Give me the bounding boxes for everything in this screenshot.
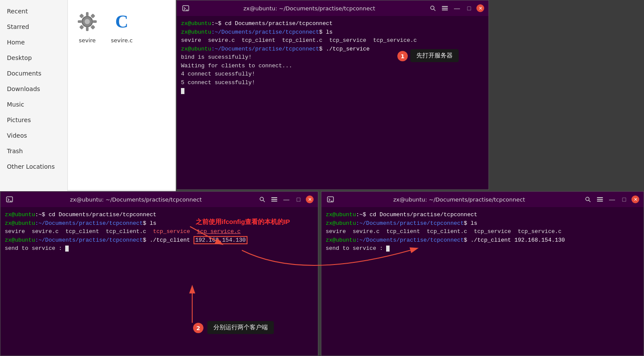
- svg-rect-16: [442, 9, 448, 10]
- terminal-server-menu-btn[interactable]: [440, 3, 450, 13]
- sevire-icon: [74, 9, 100, 35]
- svg-rect-14: [442, 6, 448, 7]
- tc2-line-5: send to service :: [326, 244, 639, 253]
- sevire-c-icon: C: [109, 9, 135, 35]
- terminal-server-content: zx@ubuntu:~$ cd Documents/practise/tcpco…: [177, 16, 489, 189]
- svg-point-19: [260, 197, 263, 201]
- annotation-1-circle: 1: [397, 51, 408, 61]
- terminal-client-2: zx@ubuntu: ~/Documents/practise/tcpconne…: [321, 191, 644, 356]
- terminal-client2-search-btn[interactable]: [583, 195, 593, 204]
- terminal-server-titlebar: zx@ubuntu: ~/Documents/practise/tcpconne…: [177, 0, 489, 16]
- sidebar-item-videos[interactable]: Videos: [0, 128, 67, 143]
- terminal-client2-title: zx@ubuntu: ~/Documents/practise/tcpconne…: [335, 196, 583, 203]
- file-item-sevire-c[interactable]: C sevire.c: [109, 9, 135, 44]
- svg-rect-15: [442, 8, 448, 9]
- terminal-client1-titlebar: zx@ubuntu: ~/Documents/practise/tcpconne…: [0, 192, 318, 207]
- svg-point-12: [431, 6, 434, 9]
- terminal-server-close-btn[interactable]: ✕: [476, 4, 484, 12]
- terminal-line-2: zx@ubuntu:~/Documents/practise/tcpconnec…: [181, 28, 484, 37]
- terminal-client2-maximize-btn[interactable]: □: [619, 195, 629, 204]
- sidebar-item-music[interactable]: Music: [0, 97, 67, 112]
- svg-rect-30: [597, 201, 603, 202]
- terminal-client2-content: zx@ubuntu:~$ cd Documents/practise/tcpco…: [321, 207, 644, 356]
- annotation-ifconfig-text: 之前使用ifconfig查看的本机的IP: [196, 218, 290, 226]
- tc2-line-3: sevire sevire.c tcp_client tcp_client.c …: [326, 227, 639, 236]
- terminal-line-3: sevire sevire.c tcp_client tcp_client.c …: [181, 36, 484, 45]
- terminal-client2-menu-btn[interactable]: [595, 195, 605, 204]
- sidebar-item-other-locations[interactable]: Other Locations: [0, 159, 67, 174]
- svg-rect-28: [597, 197, 603, 198]
- terminal-client1-icon: [5, 195, 14, 204]
- sidebar-item-trash[interactable]: Trash: [0, 143, 67, 159]
- terminal-client1-close-btn[interactable]: ✕: [306, 195, 314, 203]
- terminal-client2-controls: — □ ✕: [583, 195, 639, 204]
- terminal-client1-controls: — □ ✕: [257, 195, 314, 204]
- svg-rect-4: [78, 20, 82, 23]
- sidebar-item-documents[interactable]: Documents: [0, 66, 67, 81]
- terminal-server-controls: — □ ✕: [428, 3, 484, 13]
- tc2-line-2: zx@ubuntu:~/Documents/practise/tcpconnec…: [326, 219, 639, 228]
- tc2-line-4: zx@ubuntu:~/Documents/practise/tcpconnec…: [326, 236, 639, 245]
- file-manager-main: sevire C sevire.c: [68, 0, 176, 190]
- svg-rect-23: [271, 201, 277, 202]
- svg-rect-2: [86, 12, 89, 16]
- sevire-c-label: sevire.c: [111, 37, 133, 44]
- sidebar-item-starred[interactable]: Starred: [0, 19, 67, 35]
- terminal-line-7: 4 connect sucessfully!: [181, 70, 484, 79]
- terminal-client2-minimize-btn[interactable]: —: [607, 195, 617, 204]
- sevire-label: sevire: [79, 37, 95, 44]
- annotation-2-bubble: 分别运行两个客户端: [207, 321, 274, 334]
- sidebar-item-recent[interactable]: Recent: [0, 3, 67, 19]
- sidebar-item-pictures[interactable]: Pictures: [0, 112, 67, 128]
- tc1-line-4: zx@ubuntu:~/Documents/practise/tcpconnec…: [5, 236, 314, 245]
- terminal-client2-close-btn[interactable]: ✕: [631, 195, 639, 203]
- tc1-line-3: sevire sevire.c tcp_client tcp_client.c …: [5, 227, 314, 236]
- file-item-sevire[interactable]: sevire: [74, 9, 100, 44]
- terminal-client1-search-btn[interactable]: [257, 195, 267, 204]
- svg-point-1: [85, 19, 90, 24]
- terminal-server-title: zx@ubuntu: ~/Documents/practise/tcpconne…: [190, 5, 428, 12]
- svg-line-27: [589, 200, 590, 202]
- terminal-client1-minimize-btn[interactable]: —: [282, 195, 291, 204]
- annotation-2-circle: 2: [193, 323, 203, 333]
- terminal-server-search-btn[interactable]: [428, 3, 438, 13]
- svg-line-13: [434, 9, 435, 11]
- terminal-line-1: zx@ubuntu:~$ cd Documents/practise/tcpco…: [181, 19, 484, 28]
- terminal-server-minimize-btn[interactable]: —: [452, 3, 462, 13]
- svg-rect-22: [271, 199, 277, 200]
- terminal-client1-menu-btn[interactable]: [270, 195, 279, 204]
- terminal-cursor-top: [181, 87, 484, 95]
- svg-rect-29: [597, 199, 603, 200]
- terminal-server: zx@ubuntu: ~/Documents/practise/tcpconne…: [176, 0, 489, 190]
- terminal-top-icon: [181, 3, 190, 13]
- terminal-client2-titlebar: zx@ubuntu: ~/Documents/practise/tcpconne…: [321, 192, 644, 207]
- sidebar-item-downloads[interactable]: Downloads: [0, 81, 67, 97]
- tc2-line-1: zx@ubuntu:~$ cd Documents/practise/tcpco…: [326, 211, 639, 219]
- svg-rect-21: [271, 197, 277, 198]
- svg-rect-3: [86, 27, 89, 31]
- terminal-server-maximize-btn[interactable]: □: [464, 3, 474, 13]
- annotation-1-bubble: 先打开服务器: [410, 49, 459, 62]
- terminal-client2-icon: [326, 195, 335, 204]
- terminal-line-8: 5 connect sucessfully!: [181, 79, 484, 87]
- sidebar-item-desktop[interactable]: Desktop: [0, 50, 67, 66]
- svg-line-20: [263, 200, 265, 202]
- svg-rect-5: [92, 20, 97, 23]
- tc1-line-5: send to service :: [5, 244, 314, 253]
- terminal-client1-title: zx@ubuntu: ~/Documents/practise/tcpconne…: [14, 196, 257, 203]
- svg-point-26: [586, 197, 589, 201]
- terminal-line-6: Waiting for clients to connect...: [181, 62, 484, 70]
- terminal-client1-maximize-btn[interactable]: □: [294, 195, 303, 204]
- sidebar-item-home[interactable]: Home: [0, 35, 67, 50]
